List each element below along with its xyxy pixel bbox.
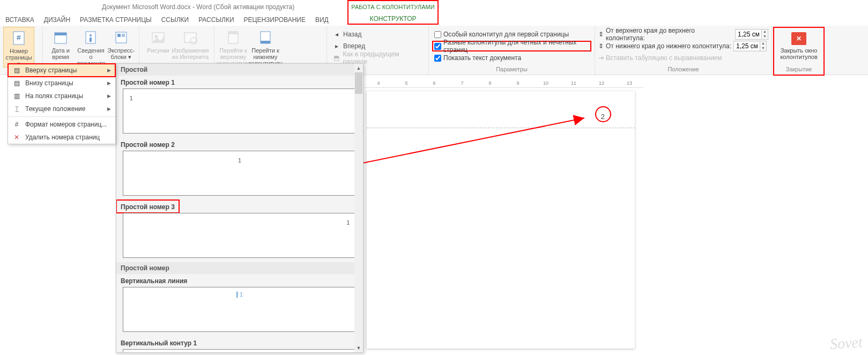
gallery-preview[interactable]: 1 [123,349,357,353]
link-icon: ⬒ [332,54,341,62]
online-picture-icon [182,29,199,46]
nav-next-icon: ▸ [332,42,341,50]
svg-rect-6 [90,38,92,42]
chevron-right-icon: ▶ [107,93,111,99]
chevron-right-icon: ▶ [107,106,111,112]
insert-tab-alignment[interactable]: ⇥ Вставить табуляцию с выравниванием [598,53,768,63]
tab-design[interactable]: ДИЗАЙН [44,16,70,24]
margin-bottom-icon: ⇕ [598,42,604,50]
svg-rect-3 [55,33,66,35]
window-title: Документ Microsoft Word.docx - Word (Сбо… [102,3,294,11]
document-info-icon [82,29,99,46]
scroll-up-icon[interactable]: ▲ [354,64,363,72]
scroll-down-icon[interactable]: ▼ [354,344,363,352]
gallery-section-simple: Простой [116,64,363,76]
spin-up-icon[interactable]: ▲ [760,41,766,46]
online-pictures-button[interactable]: Изображения из Интернета [175,27,206,60]
page-number-icon: # [10,29,27,47]
tab-view[interactable]: ВИД [315,16,329,24]
footer-from-bottom: ⇕ От нижнего края до нижнего колонтитула… [598,41,768,51]
svg-rect-17 [261,41,270,43]
menu-bottom-of-page[interactable]: ▤Внизу страницы▶ [8,77,115,90]
svg-rect-9 [122,34,125,37]
nav-next[interactable]: ▸Вперед [330,41,425,51]
group-options-label: Параметры [432,66,591,73]
header-from-top: ⇕ От верхнего края до верхнего колонтиту… [598,29,768,40]
margin-top-icon: ⇕ [598,31,604,38]
menu-top-of-page[interactable]: ▤Вверху страницы▶ [8,64,115,77]
gallery-preview[interactable]: 1 [123,287,357,332]
gallery-item-plain-1[interactable]: Простой номер 1 [116,76,363,88]
tab-references[interactable]: ССЫЛКИ [161,16,189,24]
format-icon: # [12,120,21,129]
tab-layout[interactable]: РАЗМЕТКА СТРАНИЦЫ [80,16,152,24]
gallery-item-vertical-outline-1[interactable]: Вертикальный контур 1 [116,336,363,349]
tab-mailings[interactable]: РАССЫЛКИ [198,16,234,24]
chevron-right-icon: ▶ [107,80,111,86]
header-from-top-input[interactable]: ▲▼ [735,29,768,40]
svg-point-11 [154,35,158,38]
pictures-button[interactable]: Рисунки [143,27,174,54]
picture-icon [150,29,167,46]
document-page[interactable]: 2 [367,91,635,349]
header-boundary [367,128,635,128]
page-number-button[interactable]: # Номер страницы ▾ [3,27,34,68]
menu-page-margins[interactable]: ▥На полях страницы▶ [8,90,115,102]
menu-current-position[interactable]: ⌶Текущее положение▶ [8,102,115,115]
menu-remove-numbers[interactable]: ✕Удалить номера страниц [8,131,115,144]
chk-first-page[interactable]: Особый колонтитул для первой страницы [432,29,591,40]
gallery-preview[interactable]: 1 [123,88,357,134]
annotation-circle [595,106,611,122]
tab-icon: ⇥ [598,54,604,62]
close-header-footer-button[interactable]: ✕ Закрыть окно колонтитулов [775,29,823,60]
chk-show-document[interactable]: Показать текст документа [432,53,591,63]
goto-footer-icon [257,29,274,46]
gallery-item-plain-2[interactable]: Простой номер 2 [116,138,363,151]
quick-parts-button[interactable]: Экспресс-блоки ▾ [107,27,136,60]
gallery-scrollbar[interactable]: ▲ ▼ [354,64,363,352]
spin-up-icon[interactable]: ▲ [761,29,768,34]
gallery-preview[interactable]: 1 [123,151,357,196]
chk-odd-even[interactable]: Разные колонтитулы для четных и нечетных… [432,41,591,51]
contextual-tab-active[interactable]: КОНСТРУКТОР [348,13,437,25]
svg-rect-8 [117,34,121,37]
svg-point-5 [90,34,92,36]
menu-format-numbers[interactable]: #Формат номеров страниц... [8,118,115,131]
menu-separator [8,116,115,117]
spin-down-icon[interactable]: ▼ [761,34,768,39]
watermark: Sovet [829,334,863,353]
cursor-icon: ⌶ [12,105,21,113]
gallery-item-plain-3[interactable]: Простой номер 3 [116,200,179,213]
doc-top-icon: ▤ [12,66,21,75]
gallery-item-vertical-line[interactable]: Вертикальная линия [116,274,363,287]
scrollbar-thumb[interactable] [355,72,362,94]
date-time-button[interactable]: Дата и время [46,27,75,60]
contextual-tab-title: РАБОТА С КОЛОНТИТУЛАМИ [348,1,437,13]
calendar-icon [52,29,69,46]
group-close-label: Закрытие [777,66,820,73]
gallery-preview[interactable]: 1 [123,213,357,258]
footer-from-bottom-input[interactable]: ▲▼ [733,41,767,51]
close-icon: ✕ [791,32,806,45]
nav-link-previous[interactable]: ⬒Как в предыдущем разделе [330,53,425,63]
remove-icon: ✕ [12,133,21,142]
goto-header-button[interactable]: Перейти к верхнему колонтитулу [218,27,249,66]
goto-header-icon [225,29,242,46]
tab-review[interactable]: РЕЦЕНЗИРОВАНИЕ [244,16,306,24]
quick-parts-icon [113,29,130,46]
doc-bottom-icon: ▤ [12,79,21,87]
chevron-right-icon: ▶ [107,68,111,73]
group-position-label: Положение [598,66,768,73]
horizontal-ruler[interactable]: 45678910111213 [365,78,643,88]
tab-insert[interactable]: ВСТАВКА [5,16,34,24]
spin-down-icon[interactable]: ▼ [760,46,766,51]
svg-text:#: # [17,33,21,42]
svg-rect-15 [228,32,238,34]
doc-margin-icon: ▥ [12,92,21,100]
contextual-tab-group: РАБОТА С КОЛОНТИТУЛАМИ КОНСТРУКТОР [347,0,439,25]
goto-footer-button[interactable]: Перейти к нижнему колонтитулу [250,27,281,66]
gallery-section-plain-number: Простой номер [116,262,363,274]
page-number-gallery: Простой Простой номер 1 1 Простой номер … [116,63,363,353]
nav-previous[interactable]: ◂Назад [330,29,425,40]
page-number-menu: ▤Вверху страницы▶ ▤Внизу страницы▶ ▥На п… [8,63,116,144]
